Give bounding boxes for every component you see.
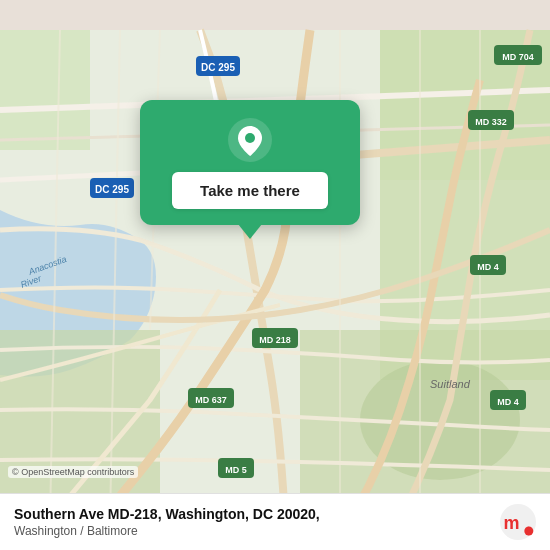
osm-credit: © OpenStreetMap contributors (8, 466, 138, 478)
svg-text:Suitland: Suitland (430, 378, 471, 390)
location-info: Southern Ave MD-218, Washington, DC 2002… (14, 506, 320, 538)
svg-text:m: m (504, 513, 520, 533)
svg-text:MD 5: MD 5 (225, 465, 247, 475)
svg-text:MD 332: MD 332 (475, 117, 507, 127)
svg-text:MD 4: MD 4 (477, 262, 499, 272)
svg-rect-1 (0, 30, 90, 150)
svg-point-41 (245, 133, 255, 143)
svg-text:MD 218: MD 218 (259, 335, 291, 345)
location-title: Southern Ave MD-218, Washington, DC 2002… (14, 506, 320, 522)
moovit-logo: m (500, 504, 536, 540)
svg-text:MD 637: MD 637 (195, 395, 227, 405)
svg-text:DC 295: DC 295 (95, 184, 129, 195)
take-me-there-button[interactable]: Take me there (172, 172, 328, 209)
map-container: DC 295 DC 295 DC 295 MD 704 MD 332 MD 4 … (0, 0, 550, 550)
location-subtitle: Washington / Baltimore (14, 524, 320, 538)
moovit-logo-icon: m (500, 504, 536, 540)
svg-text:DC 295: DC 295 (201, 62, 235, 73)
bottom-bar: Southern Ave MD-218, Washington, DC 2002… (0, 493, 550, 550)
svg-text:MD 704: MD 704 (502, 52, 534, 62)
popup-card: Take me there (140, 100, 360, 225)
svg-text:MD 4: MD 4 (497, 397, 519, 407)
location-pin-icon (228, 118, 272, 162)
